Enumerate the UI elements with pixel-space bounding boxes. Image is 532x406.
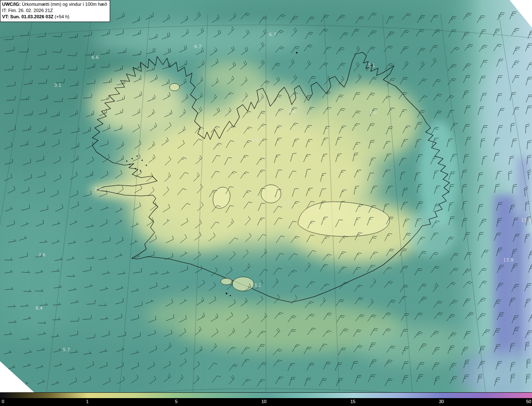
lead-time: (+54 h) (54, 14, 69, 19)
colorbar-tick: 50 (526, 399, 531, 404)
value-label: 13.8 (521, 218, 532, 223)
product-code: UWC/IG: (2, 2, 21, 7)
value-label: 8.4 (35, 306, 43, 311)
value-label: 6.6 (91, 55, 99, 60)
colorbar-tick: 15 (350, 399, 355, 404)
colorbar-tick: 5 (175, 399, 177, 404)
value-label: 3.7 (283, 200, 291, 205)
value-label: 6.7 (269, 32, 276, 37)
colorbar: 01510153050 (0, 392, 532, 406)
colorbar-tick-labels: 01510153050 (0, 398, 532, 406)
myrdalsjokull-outline (232, 277, 254, 291)
weather-map: 6.76.76.63.13.14.62.84.62.93.77.613.813.… (0, 0, 532, 392)
drangajokull-outline (170, 83, 180, 91)
valid-time-line: VT: Sun. 01.03.2026 03Z (+54 h) (2, 14, 107, 20)
init-time-line: IT: Fim. 26. 02. 2026 21Z (2, 7, 107, 14)
chart-title-box: UWC/IG: Úrkomumætti (mm) og vindur í 100… (0, 0, 110, 22)
colorbar-tick: 0 (2, 399, 4, 404)
value-label: 2.8 (369, 110, 377, 115)
colorbar-tick: 10 (261, 399, 266, 404)
title-line: UWC/IG: Úrkomumætti (mm) og vindur í 100… (2, 1, 107, 7)
chart-title: Úrkomumætti (mm) og vindur í 100m hæð (22, 2, 107, 7)
colorbar-gradient (0, 392, 532, 398)
value-label: 6.7 (194, 44, 202, 49)
colorbar-tick: 30 (439, 399, 444, 404)
valid-time: VT: Sun. 01.03.2026 03Z (2, 14, 54, 19)
colorbar-tick: 1 (86, 399, 89, 404)
value-label: 5.7 (63, 347, 70, 352)
hofsjokull-outline (261, 185, 281, 203)
value-label: 3.1 (54, 83, 62, 88)
value-label: 2.9 (94, 186, 102, 192)
value-label: 4.6 (288, 109, 296, 114)
value-label: 3.1 (368, 63, 375, 68)
value-label: 3.2 (254, 283, 261, 288)
value-label: 4.6 (251, 138, 259, 143)
value-label: 13.9 (503, 257, 514, 263)
weather-chart-stage: 6.76.76.63.13.14.62.84.62.93.77.613.813.… (0, 0, 532, 406)
value-label: 7.6 (38, 252, 46, 258)
